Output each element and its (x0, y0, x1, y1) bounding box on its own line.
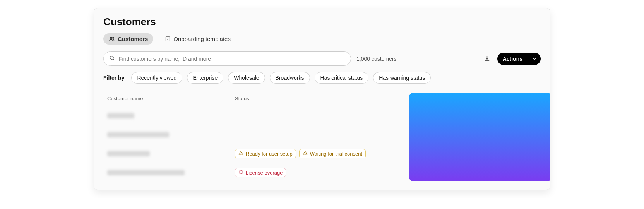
row-actions-cell (545, 110, 550, 121)
table-row[interactable]: Ready for user setupWaiting for trial co… (103, 144, 541, 163)
row-actions-cell (545, 148, 550, 159)
filter-recently-viewed[interactable]: Recently viewed (131, 72, 182, 84)
svg-point-3 (110, 56, 114, 60)
svg-point-1 (113, 37, 114, 38)
download-button[interactable] (482, 53, 492, 64)
filter-broadworks[interactable]: Broadworks (270, 72, 310, 84)
customer-name-cell (107, 132, 235, 137)
tab-customers[interactable]: Customers (103, 33, 153, 45)
svg-point-7 (241, 173, 241, 173)
actions-label: Actions (497, 53, 528, 65)
tag-pill[interactable]: Renewal opportunity (413, 130, 478, 139)
actions-button[interactable]: Actions (497, 53, 541, 65)
table-row[interactable]: Renewal opportunity (103, 125, 541, 144)
filter-label: Filter by (103, 75, 124, 81)
download-icon (484, 57, 490, 63)
page-panel: Customers Customers Onboarding templates (94, 8, 550, 190)
customer-name-cell (107, 113, 235, 118)
alert-circle-icon (238, 170, 243, 176)
status-label: Waiting for trial consent (310, 151, 362, 157)
table-row[interactable]: License overageTom's customer+2 (103, 163, 541, 182)
customers-icon (109, 36, 115, 42)
status-label: Ready for user setup (246, 151, 293, 157)
customers-table: Customer name Status Tags Renewal opport… (103, 91, 541, 182)
status-cell: Ready for user setupWaiting for trial co… (235, 149, 413, 158)
warning-triangle-icon (238, 151, 243, 157)
template-icon (165, 36, 171, 42)
tag-pill[interactable]: Tom's customer (413, 168, 467, 177)
tab-label: Onboarding templates (173, 36, 231, 42)
status-label: License overage (246, 170, 283, 176)
chevron-down-icon (528, 53, 541, 64)
search-icon (109, 55, 115, 62)
add-tag-button[interactable] (482, 168, 492, 178)
customer-name-redacted (107, 151, 150, 156)
customer-name-cell (107, 151, 235, 156)
svg-point-4 (241, 154, 241, 154)
status-badge: Ready for user setup (235, 149, 296, 158)
customer-name-redacted (107, 132, 169, 137)
status-badge: License overage (235, 168, 286, 177)
close-icon[interactable] (459, 171, 463, 175)
page-title: Customers (103, 16, 541, 28)
filter-has-critical-status[interactable]: Has critical status (315, 72, 369, 84)
status-cell: License overage (235, 168, 413, 177)
close-icon[interactable] (470, 133, 474, 137)
tag-label: SMB compete (418, 151, 452, 157)
tab-onboarding-templates[interactable]: Onboarding templates (159, 33, 236, 45)
tag-pill[interactable]: SMB compete (413, 149, 463, 158)
table-row[interactable] (103, 106, 541, 125)
plus-icon (416, 113, 421, 119)
close-icon[interactable] (455, 152, 459, 156)
tags-cell (413, 111, 545, 121)
customer-count: 1,000 customers (356, 56, 397, 62)
table-header: Customer name Status Tags (103, 91, 541, 106)
add-tag-button[interactable] (466, 149, 476, 159)
tag-label: Tom's customer (418, 170, 456, 176)
tab-label: Customers (118, 36, 148, 42)
tags-cell: Tom's customer+2 (413, 168, 545, 178)
tag-label: Renewal opportunity (418, 132, 467, 138)
warning-triangle-icon (303, 151, 308, 157)
search-box[interactable] (103, 51, 351, 66)
col-header-tags[interactable]: Tags (413, 96, 545, 101)
customer-name-redacted (107, 113, 134, 118)
customer-name-redacted (107, 170, 185, 175)
row-actions-cell (545, 167, 550, 178)
svg-point-0 (110, 37, 112, 39)
filter-enterprise[interactable]: Enterprise (187, 72, 223, 84)
customer-name-cell (107, 170, 235, 175)
svg-point-5 (305, 154, 305, 154)
plus-icon (484, 132, 489, 138)
tabs: Customers Onboarding templates (103, 33, 541, 45)
filter-wholesale[interactable]: Wholesale (228, 72, 265, 84)
add-tag-button[interactable] (481, 130, 492, 140)
search-row: 1,000 customers Actions (103, 51, 541, 66)
filter-row: Filter by Recently viewed Enterprise Who… (103, 72, 541, 84)
search-input[interactable] (119, 56, 345, 62)
add-tag-button[interactable] (413, 111, 423, 121)
tags-cell: Renewal opportunity (413, 130, 545, 140)
plus-icon (485, 170, 490, 176)
status-badge: Waiting for trial consent (299, 149, 366, 158)
tag-overflow-count[interactable]: +2 (472, 170, 478, 176)
plus-icon (468, 151, 473, 157)
row-actions-cell (545, 129, 550, 140)
col-header-name[interactable]: Customer name (107, 96, 235, 101)
tags-cell: SMB compete (413, 149, 545, 159)
filter-has-warning-status[interactable]: Has warning status (373, 72, 431, 84)
col-header-status[interactable]: Status (235, 96, 413, 101)
